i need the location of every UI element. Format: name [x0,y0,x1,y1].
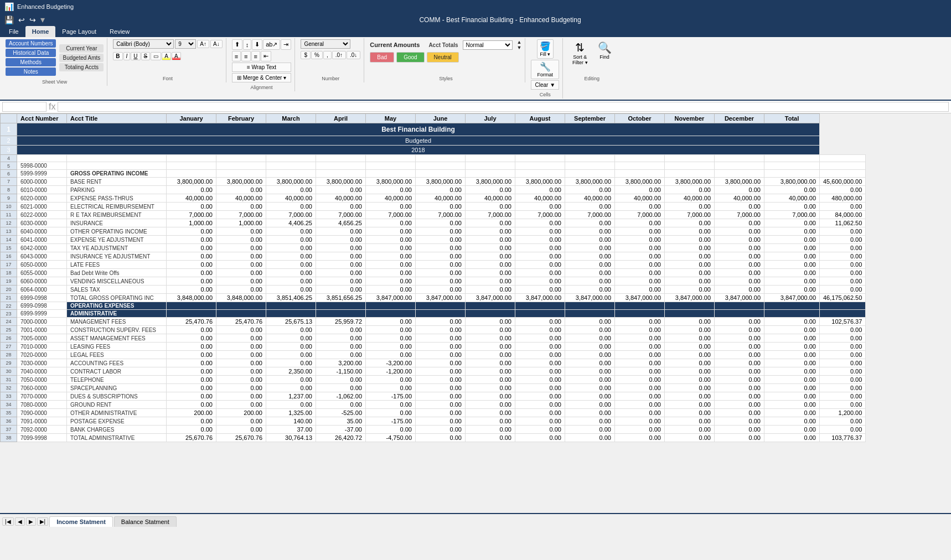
value-cell[interactable]: 0.00 [466,286,515,294]
account-numbers-btn[interactable]: Account Numbers [6,39,56,48]
value-cell[interactable]: 0.00 [167,236,216,244]
value-cell[interactable]: 0.00 [764,434,820,442]
value-cell[interactable]: 0.00 [266,203,316,211]
value-cell[interactable]: 0.00 [266,186,316,194]
acct-number-cell[interactable]: 6055-0000 [17,269,67,277]
value-cell[interactable]: 0.00 [416,409,466,417]
value-cell[interactable]: 0.00 [615,252,665,261]
value-cell[interactable]: 0.00 [615,434,665,442]
value-cell[interactable]: 0.00 [416,334,466,343]
acct-title-cell[interactable]: INSURANCE YE ADJUSTMENT [67,252,167,261]
value-cell[interactable]: 0.00 [565,286,615,294]
value-cell[interactable]: 0.00 [565,261,615,269]
value-cell[interactable]: 0.00 [466,334,515,343]
notes-btn[interactable]: Notes [6,68,56,76]
align-bottom-btn[interactable]: ⬇ [252,39,262,50]
value-cell[interactable]: 40,000.00 [466,194,515,203]
value-cell[interactable]: 25,670.76 [167,434,216,442]
value-cell[interactable]: 0.00 [167,227,216,236]
value-cell[interactable]: 0.00 [466,426,515,434]
acct-title-cell[interactable]: ADMINISTRATIVE [67,310,167,318]
fill-color-btn[interactable]: A [162,52,171,60]
value-cell[interactable]: 0.00 [665,252,715,261]
value-cell[interactable]: -37.00 [316,426,366,434]
value-cell[interactable] [515,162,565,170]
value-cell[interactable]: 0.00 [466,261,515,269]
acct-title-cell[interactable] [67,155,167,162]
value-cell[interactable]: 0.00 [515,376,565,384]
bold-btn[interactable]: B [113,52,122,60]
value-cell[interactable]: 0.00 [615,186,665,194]
value-cell[interactable]: 0.00 [266,236,316,244]
acct-title-cell[interactable]: Bad Debt Write Offs [67,269,167,277]
value-cell[interactable]: 0.00 [515,219,565,227]
value-cell[interactable]: 7,000.00 [466,211,515,219]
value-cell[interactable]: 46,175,062.50 [820,294,866,302]
value-cell[interactable]: 0.00 [820,401,866,409]
value-cell[interactable]: 0.00 [764,384,820,392]
value-cell[interactable]: 0.00 [615,244,665,252]
value-cell[interactable] [466,162,515,170]
formula-input[interactable] [58,102,949,112]
value-cell[interactable]: 0.00 [266,384,316,392]
table-row[interactable]: 377092-0000BANK CHARGES0.000.0037.00-37.… [1,426,866,434]
value-cell[interactable] [615,302,665,310]
value-cell[interactable]: 0.00 [266,252,316,261]
value-cell[interactable]: 7,000.00 [515,211,565,219]
value-cell[interactable]: 0.00 [466,227,515,236]
value-cell[interactable]: 1,200.00 [820,409,866,417]
value-cell[interactable]: 0.00 [515,203,565,211]
acct-number-cell[interactable]: 6999-9999 [17,310,67,318]
value-cell[interactable] [715,310,764,318]
value-cell[interactable]: 0.00 [216,426,266,434]
value-cell[interactable]: 25,470.76 [167,318,216,326]
value-cell[interactable]: 0.00 [466,219,515,227]
value-cell[interactable]: 0.00 [615,326,665,334]
value-cell[interactable]: 0.00 [715,401,764,409]
align-top-btn[interactable]: ⬆ [232,39,242,50]
value-cell[interactable]: 0.00 [715,261,764,269]
value-cell[interactable]: 40,000.00 [665,194,715,203]
value-cell[interactable]: 0.00 [515,401,565,409]
value-cell[interactable]: 0.00 [466,392,515,401]
value-cell[interactable]: 0.00 [820,384,866,392]
table-row[interactable]: 226999-0998OPERATING EXPENSES [1,302,866,310]
table-row[interactable]: 206064-0000SALES TAX0.000.000.000.000.00… [1,286,866,294]
value-cell[interactable]: 25,470.76 [216,318,266,326]
value-cell[interactable]: 0.00 [515,277,565,286]
value-cell[interactable] [715,162,764,170]
value-cell[interactable]: 0.00 [715,219,764,227]
value-cell[interactable]: 40,000.00 [366,194,416,203]
value-cell[interactable]: 0.00 [316,186,366,194]
sheet-nav-last[interactable]: ▶| [37,517,49,526]
value-cell[interactable]: 0.00 [715,343,764,351]
acct-number-cell[interactable]: 6050-0000 [17,261,67,269]
value-cell[interactable]: 0.00 [715,326,764,334]
value-cell[interactable]: 0.00 [515,269,565,277]
table-row[interactable]: 327060-0000SPACEPLANNING0.000.000.000.00… [1,384,866,392]
value-cell[interactable]: 0.00 [715,384,764,392]
value-cell[interactable]: 0.00 [515,384,565,392]
acct-number-cell[interactable]: 7070-0000 [17,392,67,401]
value-cell[interactable]: 0.00 [665,367,715,376]
value-cell[interactable]: 0.00 [764,236,820,244]
value-cell[interactable]: 0.00 [366,326,416,334]
value-cell[interactable]: 0.00 [715,269,764,277]
value-cell[interactable] [665,162,715,170]
value-cell[interactable]: 25,670.76 [216,434,266,442]
value-cell[interactable]: 0.00 [764,343,820,351]
acct-number-cell[interactable]: 7080-0000 [17,401,67,409]
acct-number-cell[interactable]: 7099-9998 [17,434,67,442]
value-cell[interactable]: 3,847,000.00 [416,294,466,302]
value-cell[interactable]: 0.00 [366,244,416,252]
style-dropdown[interactable]: Normal Bad Good Neutral [463,40,513,50]
table-row[interactable]: 55998-0000 [1,162,866,170]
value-cell[interactable]: 0.00 [466,244,515,252]
table-row[interactable]: 277010-0000LEASING FEES0.000.000.000.000… [1,343,866,351]
value-cell[interactable]: 0.00 [316,236,366,244]
value-cell[interactable]: 0.00 [316,334,366,343]
value-cell[interactable]: 0.00 [665,376,715,384]
acct-title-cell[interactable]: EXPENSE PASS-THRUS [67,194,167,203]
value-cell[interactable]: 0.00 [216,261,266,269]
value-cell[interactable]: 0.00 [764,244,820,252]
